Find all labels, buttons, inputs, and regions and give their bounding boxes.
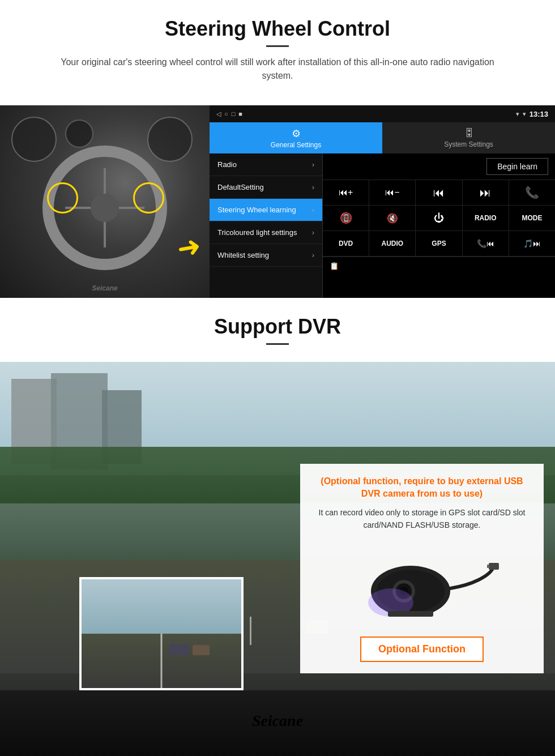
mode-label: MODE bbox=[522, 214, 542, 222]
button-grid-panel: Begin learn ⏮+ ⏮− ⏮ ⏭ 📞 📵 🔇 ⏻ RADIO bbox=[323, 153, 555, 298]
steering-wheel bbox=[42, 146, 167, 270]
dvr-screen-content bbox=[82, 579, 241, 688]
home-icon: ○ bbox=[224, 110, 228, 117]
radio-btn[interactable]: RADIO bbox=[463, 206, 509, 230]
screenshot-icon: ■ bbox=[238, 110, 242, 117]
wifi-icon: ▾ bbox=[523, 110, 526, 118]
menu-whitelist-label: Whitelist setting bbox=[217, 251, 269, 259]
prev-track-icon: ⏮ bbox=[433, 186, 445, 199]
gps-label: GPS bbox=[432, 240, 446, 247]
audio-btn[interactable]: AUDIO bbox=[369, 231, 416, 256]
section1-desc: Your original car's steering wheel contr… bbox=[45, 55, 510, 83]
begin-learn-row: Begin learn bbox=[323, 153, 555, 180]
tab-general-settings[interactable]: ⚙ General Settings bbox=[210, 122, 382, 153]
system-icon: 🎛 bbox=[464, 127, 474, 139]
statusbar-time: 13:13 bbox=[530, 110, 548, 118]
menu-item-tricoloured[interactable]: Tricoloured light settings › bbox=[210, 221, 322, 244]
end-call-icon: 📵 bbox=[340, 212, 352, 224]
chevron-icon-4: › bbox=[312, 229, 314, 237]
optional-function-button[interactable]: Optional Function bbox=[360, 637, 484, 662]
next-track-btn[interactable]: ⏭ bbox=[463, 180, 509, 205]
vol-minus-icon: ⏮− bbox=[385, 187, 399, 198]
audio-label: AUDIO bbox=[381, 240, 403, 247]
dvr-title: Support DVR bbox=[23, 315, 532, 339]
phone-prev-btn[interactable]: 📞⏮ bbox=[463, 231, 509, 256]
dvr-background-image: (Optional function, require to buy exter… bbox=[0, 362, 555, 756]
media-next-icon: 🎵⏭ bbox=[523, 239, 541, 248]
end-call-btn[interactable]: 📵 bbox=[323, 206, 369, 230]
vol-plus-btn[interactable]: ⏮+ bbox=[323, 180, 369, 205]
begin-learn-button[interactable]: Begin learn bbox=[486, 158, 548, 175]
dvr-camera-image bbox=[311, 540, 532, 625]
dvr-description: It can record video only to storage in G… bbox=[311, 506, 532, 532]
back-icon: ◁ bbox=[216, 110, 221, 118]
settings-tabs: ⚙ General Settings 🎛 System Settings bbox=[210, 122, 555, 153]
section1-title: Steering Wheel Control bbox=[23, 17, 532, 41]
menu-item-steering-wheel[interactable]: Steering Wheel learning › bbox=[210, 199, 322, 221]
menu-radio-label: Radio bbox=[217, 160, 237, 169]
media-next-btn[interactable]: 🎵⏭ bbox=[509, 231, 555, 256]
tab-system-settings[interactable]: 🎛 System Settings bbox=[382, 122, 555, 153]
control-row-3: DVD AUDIO GPS 📞⏮ 🎵⏭ bbox=[323, 231, 555, 257]
menu-default-label: DefaultSetting bbox=[217, 183, 264, 191]
phone-icon: 📞 bbox=[525, 186, 539, 199]
radio-label: RADIO bbox=[475, 214, 497, 222]
vol-plus-icon: ⏮+ bbox=[339, 187, 353, 198]
road-line bbox=[161, 634, 163, 688]
chevron-icon-3: › bbox=[312, 206, 314, 214]
statusbar-right: ▾ ▾ 13:13 bbox=[516, 110, 548, 118]
dvr-section: Support DVR bbox=[0, 298, 555, 756]
chevron-icon: › bbox=[312, 161, 314, 169]
gps-btn[interactable]: GPS bbox=[416, 231, 462, 256]
phone-btn[interactable]: 📞 bbox=[509, 180, 555, 205]
dvr-info-card: (Optional function, require to buy exter… bbox=[300, 464, 544, 673]
seicane-text: Seicane bbox=[252, 712, 303, 729]
control-row-2: 📵 🔇 ⏻ RADIO MODE bbox=[323, 206, 555, 231]
tab-system-label: System Settings bbox=[444, 140, 493, 148]
power-btn[interactable]: ⏻ bbox=[416, 206, 462, 230]
svg-rect-6 bbox=[487, 565, 489, 568]
next-track-icon: ⏭ bbox=[480, 186, 491, 199]
chevron-icon-2: › bbox=[312, 183, 314, 191]
dvd-btn[interactable]: DVD bbox=[323, 231, 369, 256]
control-row-1: ⏮+ ⏮− ⏮ ⏭ 📞 bbox=[323, 180, 555, 206]
svg-rect-5 bbox=[489, 563, 499, 570]
divider bbox=[266, 45, 289, 47]
menu-area: Radio › DefaultSetting › Steering Wheel … bbox=[210, 153, 555, 298]
menu-tricoloured-label: Tricoloured light settings bbox=[217, 228, 297, 237]
android-panel: ◁ ○ □ ■ ▾ ▾ 13:13 ⚙ General Settings 🎛 S… bbox=[210, 105, 555, 298]
dvd-label: DVD bbox=[339, 240, 353, 247]
power-icon: ⏻ bbox=[434, 212, 444, 224]
yellow-highlight-right bbox=[133, 182, 164, 213]
menu-item-radio[interactable]: Radio › bbox=[210, 153, 322, 176]
watermark-left: Seicane bbox=[92, 284, 117, 292]
prev-track-btn[interactable]: ⏮ bbox=[416, 180, 462, 205]
dvr-divider bbox=[266, 343, 289, 345]
tab-general-label: General Settings bbox=[271, 141, 321, 149]
menu-item-defaultsetting[interactable]: DefaultSetting › bbox=[210, 176, 322, 199]
phone-prev-icon: 📞⏮ bbox=[477, 239, 494, 248]
gear-icon: ⚙ bbox=[292, 127, 301, 140]
dvr-small-screen bbox=[79, 577, 244, 690]
statusbar-nav-icons: ◁ ○ □ ■ bbox=[216, 110, 242, 118]
mute-btn[interactable]: 🔇 bbox=[369, 206, 416, 230]
menu-list: Radio › DefaultSetting › Steering Wheel … bbox=[210, 153, 323, 298]
seicane-logo: Seicane bbox=[252, 712, 303, 730]
recent-icon: □ bbox=[232, 110, 236, 117]
mute-icon: 🔇 bbox=[387, 213, 398, 224]
vol-minus-btn[interactable]: ⏮− bbox=[369, 180, 416, 205]
dvr-camera-svg bbox=[343, 540, 501, 625]
dvr-title-area: Support DVR bbox=[0, 298, 555, 362]
whitelist-icon: 📋 bbox=[330, 262, 339, 270]
steering-image-area: ➜ Seicane ◁ ○ □ ■ ▾ ▾ 13:13 ⚙ Gene bbox=[0, 105, 555, 298]
android-statusbar: ◁ ○ □ ■ ▾ ▾ 13:13 bbox=[210, 105, 555, 122]
whitelist-row: 📋 bbox=[323, 257, 555, 275]
signal-icon: ▾ bbox=[516, 110, 519, 118]
chevron-icon-5: › bbox=[312, 251, 314, 259]
svg-rect-8 bbox=[388, 611, 433, 617]
menu-item-whitelist[interactable]: Whitelist setting › bbox=[210, 244, 322, 267]
menu-steering-label: Steering Wheel learning bbox=[217, 206, 296, 214]
yellow-highlight-left bbox=[47, 182, 78, 213]
mode-btn[interactable]: MODE bbox=[509, 206, 555, 230]
steering-photo: ➜ Seicane bbox=[0, 105, 210, 298]
